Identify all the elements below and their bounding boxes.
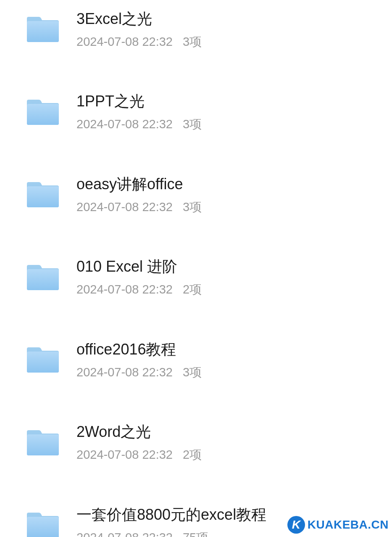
- folder-info: 3Excel之光 2024-07-08 22:32 3项: [76, 9, 202, 50]
- folder-date: 2024-07-08 22:32: [76, 116, 173, 132]
- folder-icon: [25, 263, 61, 292]
- folder-info: oeasy讲解office 2024-07-08 22:32 3项: [76, 175, 202, 215]
- folder-info: 2Word之光 2024-07-08 22:32 2项: [76, 422, 202, 463]
- folder-date: 2024-07-08 22:32: [76, 530, 173, 537]
- folder-count: 75项: [183, 530, 208, 537]
- folder-date: 2024-07-08 22:32: [76, 282, 173, 298]
- folder-info: 一套价值8800元的excel教程 2024-07-08 22:32 75项: [76, 505, 266, 537]
- folder-name: 3Excel之光: [76, 9, 202, 29]
- watermark-logo-letter: K: [292, 518, 300, 532]
- folder-count: 2项: [183, 282, 202, 298]
- folder-date: 2024-07-08 22:32: [76, 199, 173, 215]
- folder-icon: [25, 98, 61, 127]
- folder-name: 010 Excel 进阶: [76, 257, 202, 277]
- folder-meta: 2024-07-08 22:32 3项: [76, 116, 202, 132]
- folder-count: 3项: [183, 199, 202, 215]
- folder-count: 3项: [183, 116, 202, 132]
- folder-meta: 2024-07-08 22:32 3项: [76, 34, 202, 50]
- folder-meta: 2024-07-08 22:32 75项: [76, 530, 266, 537]
- folder-date: 2024-07-08 22:32: [76, 365, 173, 381]
- folder-item[interactable]: oeasy讲解office 2024-07-08 22:32 3项: [0, 169, 392, 220]
- folder-icon: [25, 180, 61, 209]
- folder-info: 010 Excel 进阶 2024-07-08 22:32 2项: [76, 257, 202, 297]
- folder-date: 2024-07-08 22:32: [76, 447, 173, 463]
- folder-item[interactable]: 2Word之光 2024-07-08 22:32 2项: [0, 417, 392, 468]
- folder-icon: [25, 15, 61, 44]
- folder-item[interactable]: office2016教程 2024-07-08 22:32 3项: [0, 335, 392, 385]
- folder-icon: [25, 346, 61, 374]
- folder-item[interactable]: 010 Excel 进阶 2024-07-08 22:32 2项: [0, 252, 392, 302]
- folder-icon: [25, 511, 61, 537]
- folder-name: 1PPT之光: [76, 92, 202, 111]
- folder-name: 一套价值8800元的excel教程: [76, 505, 266, 525]
- file-list: 3Excel之光 2024-07-08 22:32 3项 1PPT之光 2024…: [0, 0, 392, 537]
- folder-meta: 2024-07-08 22:32 3项: [76, 199, 202, 215]
- folder-meta: 2024-07-08 22:32 3项: [76, 365, 202, 381]
- watermark-text: KUAKEBA.CN: [308, 518, 389, 532]
- folder-count: 3项: [183, 34, 202, 50]
- folder-info: 1PPT之光 2024-07-08 22:32 3项: [76, 92, 202, 132]
- folder-meta: 2024-07-08 22:32 2项: [76, 282, 202, 298]
- folder-date: 2024-07-08 22:32: [76, 34, 173, 50]
- folder-count: 3项: [183, 365, 202, 381]
- watermark: K KUAKEBA.CN: [287, 516, 389, 534]
- folder-name: 2Word之光: [76, 422, 202, 442]
- folder-info: office2016教程 2024-07-08 22:32 3项: [76, 340, 202, 380]
- folder-item[interactable]: 3Excel之光 2024-07-08 22:32 3项: [0, 4, 392, 55]
- folder-name: oeasy讲解office: [76, 175, 202, 194]
- watermark-logo-icon: K: [287, 516, 305, 534]
- folder-name: office2016教程: [76, 340, 202, 360]
- folder-count: 2项: [183, 447, 202, 463]
- folder-icon: [25, 429, 61, 457]
- folder-item[interactable]: 1PPT之光 2024-07-08 22:32 3项: [0, 87, 392, 137]
- folder-meta: 2024-07-08 22:32 2项: [76, 447, 202, 463]
